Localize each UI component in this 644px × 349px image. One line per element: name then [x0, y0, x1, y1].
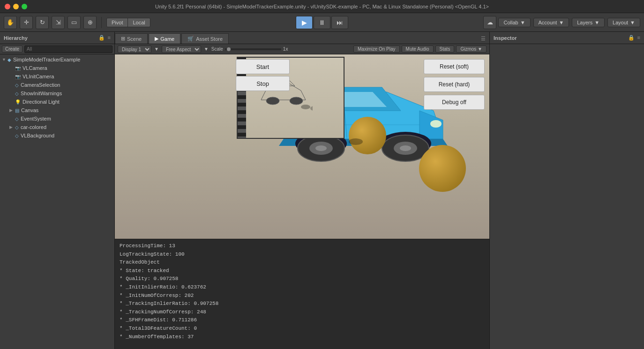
center-area: ⊞ Scene ▶ Game 🛒 Asset Store ☰ Display 1…	[115, 32, 489, 349]
console-line-5: * Quality: 0.907258	[120, 275, 485, 283]
stop-button[interactable]: Stop	[236, 76, 290, 91]
tree-item-root[interactable]: ▼ ◆ SimpleModelTrackerExample	[0, 55, 114, 64]
close-button[interactable]	[5, 4, 10, 9]
game-tab[interactable]: ▶ Game	[149, 33, 180, 44]
minimize-button[interactable]	[13, 4, 19, 9]
tree-item-label: ShowInitWarnings	[21, 91, 62, 96]
hierarchy-tree: ▼ ◆ SimpleModelTrackerExample 📷 VLCamera…	[0, 54, 114, 349]
play-button[interactable]: ▶	[296, 16, 313, 29]
asset-store-tab-label: Asset Store	[196, 36, 223, 42]
layers-label: Layers	[577, 20, 592, 25]
inspector-panel: Inspector 🔒 ≡	[489, 32, 644, 349]
scale-track[interactable]	[225, 48, 281, 50]
console-line-6: * _InitInlierRatio: 0.623762	[120, 283, 485, 292]
rotate-tool-button[interactable]: ↻	[36, 16, 49, 29]
reset-soft-button[interactable]: Reset (soft)	[424, 59, 485, 74]
step-button[interactable]: ⏭	[331, 16, 348, 29]
console-line-7: * _InitNumOfCorresp: 202	[120, 292, 485, 300]
pivot-button[interactable]: Pivot	[107, 18, 128, 27]
hierarchy-search[interactable]	[24, 46, 112, 53]
tree-item-label: EventSystem	[21, 116, 51, 121]
viewport-buttons: Start Stop	[236, 59, 290, 91]
game-right-buttons: Maximize On Play Mute Audio Stats Gizmos…	[353, 46, 487, 53]
collab-dropdown-arrow: ▼	[520, 20, 525, 25]
tree-item-car-colored[interactable]: ▶ ◇ car-colored	[0, 123, 114, 131]
more-inspector-icon[interactable]: ≡	[637, 35, 640, 41]
asset-store-tab[interactable]: 🛒 Asset Store	[181, 33, 229, 44]
hierarchy-panel: Hierarchy 🔒 ≡ Create ▼ ◆ SimpleModelTrac…	[0, 32, 115, 349]
collab-button[interactable]: Collab ▼	[498, 18, 530, 27]
tree-item-label: Directional Light	[22, 99, 60, 105]
hand-tool-button[interactable]: ✋	[4, 16, 17, 29]
console-line-8: * _TrackingInlierRatio: 0.907258	[120, 300, 485, 308]
scale-value: 1x	[283, 46, 288, 52]
tree-item-canvas[interactable]: ▶ ▤ Canvas	[0, 106, 114, 114]
svg-point-21	[301, 105, 310, 109]
lock-inspector-icon[interactable]: 🔒	[628, 35, 635, 41]
account-label: Account	[539, 20, 557, 25]
tree-item-label: Canvas	[21, 107, 38, 113]
coin-shadow	[349, 138, 363, 145]
inspector-title: Inspector	[494, 35, 517, 41]
mute-audio-button[interactable]: Mute Audio	[402, 46, 434, 53]
toolbar-separator-1	[101, 17, 102, 28]
account-button[interactable]: Account ▼	[533, 18, 569, 27]
console-area: ProcessingTime: 13 LogTrackingState: 100…	[115, 239, 489, 349]
inspector-header-icons: 🔒 ≡	[628, 35, 640, 41]
main-toolbar: ✋ ✛ ↻ ⇲ ▭ ⊕ Pivot Local ▶ ⏸ ⏭ ☁ Collab ▼…	[0, 13, 644, 32]
stats-button[interactable]: Stats	[435, 46, 455, 53]
game-toolbar: Display 1 ▼ Free Aspect ▼ Scale 1x Maxim…	[115, 44, 489, 54]
gizmos-label: Gizmos	[460, 46, 476, 52]
separator2: ▼	[204, 46, 209, 52]
layout-dropdown-arrow: ▼	[630, 20, 635, 25]
scale-tool-button[interactable]: ⇲	[52, 16, 65, 29]
rect-tool-button[interactable]: ▭	[67, 16, 81, 29]
tree-item-label: SimpleModelTrackerExample	[13, 57, 80, 62]
move-tool-button[interactable]: ✛	[20, 16, 33, 29]
scale-thumb[interactable]	[227, 47, 231, 51]
layout-label: Layout	[613, 20, 628, 25]
tree-item-showinitwarnings[interactable]: ◇ ShowInitWarnings	[0, 89, 114, 98]
start-button[interactable]: Start	[236, 59, 290, 74]
debug-off-button[interactable]: Debug off	[424, 95, 485, 110]
maximize-button[interactable]	[22, 4, 27, 9]
tree-item-eventsystem[interactable]: ◇ EventSystem	[0, 114, 114, 123]
gizmos-button[interactable]: Gizmos ▼	[456, 46, 487, 53]
hierarchy-title: Hierarchy	[4, 35, 28, 41]
scale-control: Scale 1x	[211, 46, 288, 52]
coin-2	[419, 145, 466, 192]
console-line-2: LogTrackingState: 100	[120, 250, 485, 259]
gizmos-arrow: ▼	[478, 46, 482, 52]
svg-point-10	[315, 145, 327, 151]
create-button[interactable]: Create	[2, 46, 22, 53]
tree-item-vlbackground[interactable]: ◇ VLBackground	[0, 131, 114, 140]
tree-item-vlinitcamera[interactable]: 📷 VLInitCamera	[0, 72, 114, 81]
lock-icon: 🔒	[98, 35, 105, 41]
tree-item-cameraselection[interactable]: ◇ CameraSelection	[0, 81, 114, 89]
transform-tool-button[interactable]: ⊕	[83, 16, 97, 29]
aspect-select[interactable]: Free Aspect	[162, 46, 201, 53]
display-select[interactable]: Display 1	[118, 46, 151, 53]
tree-item-label: VLCamera	[22, 65, 47, 71]
layout-button[interactable]: Layout ▼	[607, 18, 640, 27]
tab-options: ☰	[481, 33, 489, 44]
tab-bar: ⊞ Scene ▶ Game 🛒 Asset Store ☰	[115, 32, 489, 44]
scene-tab[interactable]: ⊞ Scene	[115, 33, 148, 44]
maximize-on-play-button[interactable]: Maximize On Play	[353, 46, 400, 53]
inspector-header: Inspector 🔒 ≡	[490, 32, 644, 44]
svg-point-13	[400, 145, 411, 151]
main-layout: Hierarchy 🔒 ≡ Create ▼ ◆ SimpleModelTrac…	[0, 32, 644, 349]
layers-button[interactable]: Layers ▼	[572, 18, 605, 27]
play-controls: ▶ ⏸ ⏭	[296, 16, 348, 29]
tree-item-vlcamera[interactable]: 📷 VLCamera	[0, 64, 114, 72]
cloud-icon: ☁	[483, 16, 496, 29]
svg-point-19	[266, 97, 279, 105]
layers-dropdown-arrow: ▼	[594, 20, 599, 25]
local-button[interactable]: Local	[128, 18, 150, 27]
reset-hard-button[interactable]: Reset (hard)	[424, 77, 485, 92]
tree-item-directionallight[interactable]: 💡 Directional Light	[0, 98, 114, 106]
console-line-9: * _TrackingNumOfCorresp: 248	[120, 308, 485, 317]
pause-button[interactable]: ⏸	[314, 16, 330, 29]
right-buttons-panel: Reset (soft) Reset (hard) Debug off	[424, 59, 485, 110]
store-icon: 🛒	[187, 36, 194, 42]
